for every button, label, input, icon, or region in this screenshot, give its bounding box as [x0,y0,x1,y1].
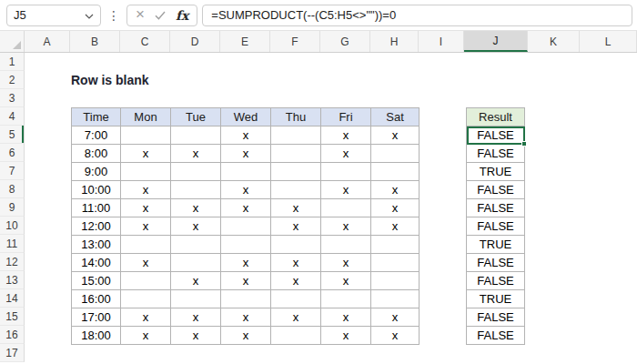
result-cell[interactable]: TRUE [467,163,525,181]
mark-cell[interactable] [121,236,171,254]
chevron-down-icon[interactable] [85,8,94,22]
row-header-15[interactable]: 15 [0,308,25,326]
mark-cell[interactable]: x [321,217,371,236]
mark-cell[interactable]: x [271,199,321,217]
mark-cell[interactable]: x [371,126,420,145]
row-header-9[interactable]: 9 [0,198,25,217]
mark-cell[interactable]: x [171,308,221,327]
mark-cell[interactable] [221,217,271,236]
result-cell[interactable]: FALSE [467,308,525,327]
result-cell[interactable]: FALSE [467,327,525,345]
row-header-14[interactable]: 14 [0,289,25,308]
mark-cell[interactable] [371,163,420,181]
mark-cell[interactable] [121,290,171,308]
row-header-6[interactable]: 6 [0,144,25,162]
time-cell[interactable]: 13:00 [72,236,121,254]
mark-cell[interactable] [121,163,171,181]
mark-cell[interactable] [371,236,420,254]
mark-cell[interactable] [171,236,221,254]
time-cell[interactable]: 14:00 [72,254,121,272]
row-header-16[interactable]: 16 [0,326,25,344]
time-cell[interactable]: 7:00 [72,126,121,145]
mark-cell[interactable] [371,272,420,290]
mark-cell[interactable]: x [321,254,371,272]
mark-cell[interactable] [321,290,371,308]
row-header-1[interactable]: 1 [0,53,25,71]
mark-cell[interactable]: x [221,126,271,145]
mark-cell[interactable] [121,126,171,145]
mark-cell[interactable]: x [371,199,420,217]
mark-cell[interactable] [171,163,221,181]
mark-cell[interactable] [271,290,321,308]
mark-cell[interactable]: x [371,217,420,236]
mark-cell[interactable] [271,163,321,181]
name-box[interactable]: J5 [6,5,101,26]
enter-check-icon[interactable] [155,7,166,24]
mark-cell[interactable] [321,163,371,181]
mark-cell[interactable]: x [221,308,271,327]
result-cell[interactable]: FALSE [467,181,525,199]
result-cell[interactable]: TRUE [467,236,525,254]
table-header-mon[interactable]: Mon [121,108,171,126]
column-header-C[interactable]: C [120,31,170,52]
row-header-3[interactable]: 3 [0,89,25,107]
time-cell[interactable]: 15:00 [72,272,121,290]
mark-cell[interactable]: x [171,272,221,290]
mark-cell[interactable]: x [271,254,321,272]
row-header-11[interactable]: 11 [0,235,25,253]
row-header-8[interactable]: 8 [0,180,25,198]
result-cell[interactable]: FALSE [467,254,525,272]
row-header-12[interactable]: 12 [0,253,25,271]
mark-cell[interactable]: x [121,327,171,345]
mark-cell[interactable] [271,126,321,145]
mark-cell[interactable]: x [171,199,221,217]
result-header[interactable]: Result [467,108,525,126]
column-header-A[interactable]: A [25,31,70,52]
time-cell[interactable]: 8:00 [72,145,121,163]
mark-cell[interactable] [321,199,371,217]
mark-cell[interactable]: x [221,327,271,345]
row-header-17[interactable]: 17 [0,344,25,362]
table-header-thu[interactable]: Thu [271,108,321,126]
mark-cell[interactable]: x [321,145,371,163]
table-header-time[interactable]: Time [72,108,121,126]
mark-cell[interactable] [171,181,221,199]
mark-cell[interactable]: x [121,181,171,199]
time-cell[interactable]: 9:00 [72,163,121,181]
result-cell[interactable]: FALSE [467,145,525,163]
mark-cell[interactable]: x [171,145,221,163]
column-header-J[interactable]: J [464,31,528,52]
mark-cell[interactable]: x [171,217,221,236]
mark-cell[interactable]: x [321,181,371,199]
table-header-wed[interactable]: Wed [221,108,271,126]
row-header-4[interactable]: 4 [0,107,25,126]
time-cell[interactable]: 17:00 [72,308,121,327]
mark-cell[interactable]: x [171,327,221,345]
time-cell[interactable]: 11:00 [72,199,121,217]
mark-cell[interactable]: x [121,254,171,272]
mark-cell[interactable]: x [271,217,321,236]
mark-cell[interactable]: x [321,126,371,145]
row-header-7[interactable]: 7 [0,162,25,180]
mark-cell[interactable]: x [371,181,420,199]
mark-cell[interactable] [221,236,271,254]
mark-cell[interactable]: x [121,308,171,327]
column-header-E[interactable]: E [220,31,270,52]
formula-input[interactable]: =SUMPRODUCT(--(C5:H5<>""))=0 [202,5,632,26]
result-cell[interactable]: FALSE [467,217,525,236]
mark-cell[interactable]: x [221,145,271,163]
column-header-K[interactable]: K [528,31,580,52]
column-header-I[interactable]: I [419,31,464,52]
time-cell[interactable]: 12:00 [72,217,121,236]
row-header-2[interactable]: 2 [0,71,25,89]
result-cell[interactable]: FALSE [467,199,525,217]
column-header-B[interactable]: B [70,31,120,52]
title-cell[interactable]: Row is blank [71,71,149,89]
mark-cell[interactable] [371,254,420,272]
mark-cell[interactable]: x [271,308,321,327]
mark-cell[interactable]: x [271,272,321,290]
row-header-13[interactable]: 13 [0,271,25,289]
mark-cell[interactable] [371,290,420,308]
mark-cell[interactable] [171,254,221,272]
mark-cell[interactable]: x [321,272,371,290]
